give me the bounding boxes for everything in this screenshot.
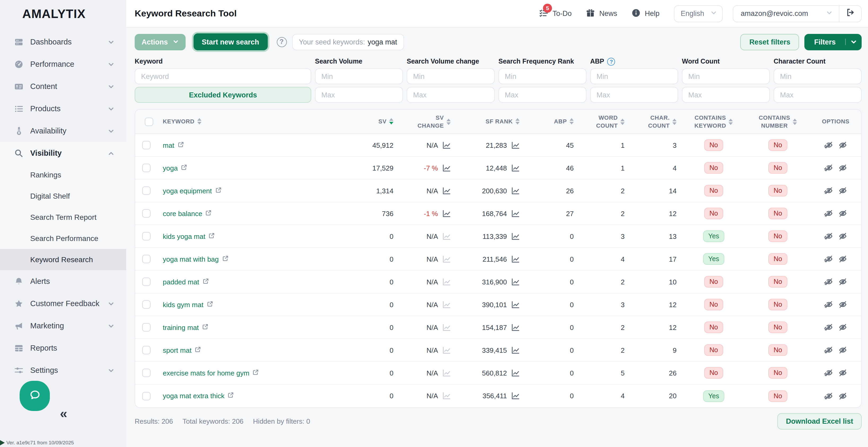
sidebar-collapse-button[interactable]: «	[0, 407, 126, 420]
todo-link[interactable]: 5 To-Do	[539, 8, 571, 19]
sf-rank-min-input[interactable]	[498, 68, 586, 84]
row-checkbox[interactable]	[142, 323, 151, 332]
chart-line-icon[interactable]	[442, 209, 451, 217]
sidebar-subitem-rankings[interactable]: Rankings	[0, 164, 126, 185]
chart-line-icon[interactable]	[511, 209, 520, 217]
keyword-link[interactable]: yoga	[163, 164, 187, 172]
abp-info-icon[interactable]: ?	[608, 58, 615, 65]
search-volume-min-input[interactable]	[315, 68, 403, 84]
hide-keyword-button[interactable]	[836, 232, 850, 240]
chart-line-icon[interactable]	[511, 278, 520, 286]
help-link[interactable]: Help	[631, 8, 660, 19]
hide-similar-keywords-button[interactable]	[822, 186, 836, 195]
keyword-link[interactable]: yoga mat with bag	[163, 255, 228, 263]
keyword-link[interactable]: kids gym mat	[163, 301, 213, 309]
chart-line-icon[interactable]	[442, 164, 451, 172]
row-checkbox[interactable]	[142, 346, 151, 354]
hide-keyword-button[interactable]	[836, 346, 850, 354]
hide-similar-keywords-button[interactable]	[822, 369, 836, 377]
chart-line-icon[interactable]	[442, 187, 451, 195]
chart-line-icon[interactable]	[511, 187, 520, 195]
column-header[interactable]: KEYWORD	[157, 115, 351, 129]
actions-button[interactable]: Actions	[135, 34, 185, 50]
sidebar-subitem-digital-shelf[interactable]: Digital Shelf	[0, 185, 126, 207]
keyword-filter-input[interactable]	[135, 68, 311, 84]
seed-keywords-input[interactable]: Your seed keywords: yoga mat	[292, 34, 404, 50]
column-header[interactable]: SF RANK	[456, 115, 525, 129]
row-checkbox[interactable]	[142, 141, 151, 149]
chart-line-icon[interactable]	[511, 369, 520, 377]
word-count-min-input[interactable]	[682, 68, 770, 84]
column-header[interactable]: CHAR. COUNT	[630, 111, 682, 132]
sidebar-subitem-keyword-research[interactable]: Keyword Research	[0, 249, 126, 270]
seed-help-icon[interactable]: ?	[277, 37, 287, 47]
keyword-link[interactable]: core balance	[163, 209, 212, 217]
keyword-link[interactable]: exercise mats for home gym	[163, 369, 259, 377]
hide-keyword-button[interactable]	[836, 392, 850, 400]
sidebar-item-availability[interactable]: Availability	[0, 120, 126, 142]
chart-line-icon[interactable]	[511, 164, 520, 172]
chart-line-icon[interactable]	[442, 141, 451, 149]
sidebar-item-content[interactable]: Content	[0, 75, 126, 98]
row-checkbox[interactable]	[142, 300, 151, 309]
sidebar-item-marketing[interactable]: Marketing	[0, 315, 126, 337]
char-count-min-input[interactable]	[774, 68, 862, 84]
chart-line-icon[interactable]	[442, 323, 451, 331]
chart-line-icon[interactable]	[442, 255, 451, 263]
column-header[interactable]: SV CHANGE	[399, 111, 456, 132]
chart-line-icon[interactable]	[511, 141, 520, 149]
row-checkbox[interactable]	[142, 232, 151, 240]
excluded-keywords-button[interactable]: Excluded Keywords	[135, 87, 311, 103]
chart-line-icon[interactable]	[511, 232, 520, 240]
download-excel-button[interactable]: Download Excel list	[777, 413, 862, 429]
hide-similar-keywords-button[interactable]	[822, 164, 836, 172]
reset-filters-button[interactable]: Reset filters	[740, 34, 799, 50]
sidebar-item-performance[interactable]: Performance	[0, 53, 126, 75]
keyword-link[interactable]: sport mat	[163, 346, 201, 354]
chart-line-icon[interactable]	[511, 346, 520, 354]
row-checkbox[interactable]	[142, 392, 151, 400]
hide-keyword-button[interactable]	[836, 277, 850, 286]
sidebar-item-settings[interactable]: Settings	[0, 359, 126, 381]
keyword-link[interactable]: mat	[163, 141, 184, 149]
sidebar-subitem-search-term-report[interactable]: Search Term Report	[0, 207, 126, 228]
keyword-link[interactable]: training mat	[163, 323, 208, 331]
keyword-link[interactable]: padded mat	[163, 278, 209, 286]
row-checkbox[interactable]	[142, 369, 151, 377]
keyword-link[interactable]: yoga mat extra thick	[163, 392, 234, 400]
chart-line-icon[interactable]	[442, 301, 451, 309]
news-link[interactable]: News	[586, 8, 617, 19]
chart-line-icon[interactable]	[442, 392, 451, 400]
hide-similar-keywords-button[interactable]	[822, 392, 836, 400]
hide-keyword-button[interactable]	[836, 209, 850, 218]
chat-widget-button[interactable]	[20, 381, 50, 411]
chart-line-icon[interactable]	[511, 323, 520, 331]
hide-similar-keywords-button[interactable]	[822, 323, 836, 332]
chart-line-icon[interactable]	[442, 232, 451, 240]
filters-dropdown-button[interactable]	[845, 39, 862, 45]
sidebar-item-visibility[interactable]: Visibility	[0, 142, 126, 164]
sidebar-subitem-search-performance[interactable]: Search Performance	[0, 228, 126, 249]
start-new-search-button[interactable]: Start new search	[193, 33, 268, 50]
hide-keyword-button[interactable]	[836, 300, 850, 309]
column-header[interactable]: SV	[351, 115, 399, 129]
sidebar-item-products[interactable]: Products	[0, 98, 126, 120]
row-checkbox[interactable]	[142, 209, 151, 218]
chart-line-icon[interactable]	[511, 301, 520, 309]
hide-keyword-button[interactable]	[836, 164, 850, 172]
account-select[interactable]: amazon@revoic.com	[733, 6, 839, 22]
row-checkbox[interactable]	[142, 164, 151, 172]
chart-line-icon[interactable]	[442, 369, 451, 377]
hide-similar-keywords-button[interactable]	[822, 209, 836, 218]
chart-line-icon[interactable]	[511, 255, 520, 263]
hide-keyword-button[interactable]	[836, 186, 850, 195]
abp-min-input[interactable]	[590, 68, 678, 84]
search-volume-max-input[interactable]	[315, 87, 403, 103]
hide-similar-keywords-button[interactable]	[822, 141, 836, 149]
hide-similar-keywords-button[interactable]	[822, 277, 836, 286]
hide-similar-keywords-button[interactable]	[822, 346, 836, 354]
hide-keyword-button[interactable]	[836, 323, 850, 332]
chart-line-icon[interactable]	[511, 392, 520, 400]
chart-line-icon[interactable]	[442, 278, 451, 286]
sidebar-item-customer-feedback[interactable]: Customer Feedback	[0, 293, 126, 315]
